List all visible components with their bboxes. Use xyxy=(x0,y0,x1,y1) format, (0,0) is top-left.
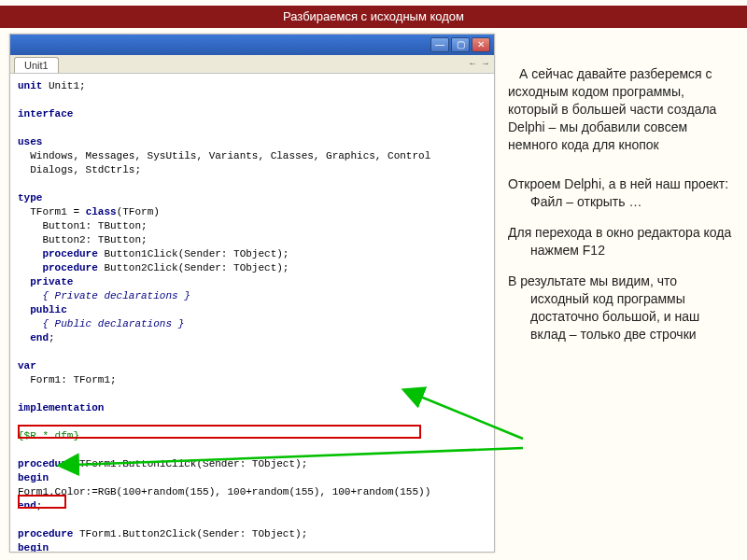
slide-title-band: Разбираемся с исходным кодом xyxy=(0,6,747,28)
ide-window: — ▢ ✕ Unit1 ← → unit Unit1; interface us… xyxy=(9,34,495,553)
code-text: (TForm) xyxy=(117,206,160,217)
minimize-button[interactable]: — xyxy=(430,37,449,52)
slide-title: Разбираемся с исходным кодом xyxy=(283,9,464,23)
code-directive: {$R *.dfm} xyxy=(18,430,79,441)
code-kw: procedure xyxy=(18,458,73,469)
code-text: Unit1; xyxy=(42,80,85,91)
code-kw: end xyxy=(30,332,49,343)
maximize-button[interactable]: ▢ xyxy=(451,37,470,52)
paragraph-intro: А сейчас давайте разберемся с исходным к… xyxy=(508,65,736,153)
editor-tabbar: Unit1 ← → xyxy=(10,55,494,74)
code-text xyxy=(18,332,30,343)
paragraph-f12: Для перехода в окно редактора кода нажме… xyxy=(508,224,736,259)
code-text: TForm1.Button2Click(Sender: TObject); xyxy=(73,528,307,539)
code-kw: class xyxy=(86,206,117,217)
code-comment: { Private declarations } xyxy=(18,290,190,301)
close-button[interactable]: ✕ xyxy=(472,37,490,52)
code-kw: begin xyxy=(18,472,49,483)
code-text: Form1.Color:=RGB(100+random(155), 100+ra… xyxy=(18,486,430,497)
tab-unit1[interactable]: Unit1 xyxy=(14,57,59,73)
code-kw: procedure xyxy=(42,262,97,273)
code-kw: unit xyxy=(18,80,42,91)
code-kw: procedure xyxy=(42,248,97,259)
paragraph-result: В результате мы видим, что исходный код … xyxy=(508,273,736,343)
nav-back-icon[interactable]: ← xyxy=(468,58,477,68)
paragraph-open: Откроем Delphi, а в ней наш проект: Файл… xyxy=(508,175,736,211)
code-text: Button1Click(Sender: TObject); xyxy=(98,248,289,259)
code-text: ; xyxy=(36,500,43,511)
code-text xyxy=(18,248,42,259)
code-kw: interface xyxy=(18,108,73,119)
tab-nav: ← → xyxy=(468,58,490,68)
code-kw: var xyxy=(18,360,36,371)
code-text: TForm1.Button1Click(Sender: TObject); xyxy=(73,458,307,469)
nav-fwd-icon[interactable]: → xyxy=(481,58,490,68)
code-text: Windows, Messages, SysUtils, Variants, C… xyxy=(18,150,430,161)
code-kw: public xyxy=(18,304,67,315)
code-text xyxy=(18,262,42,273)
code-kw: implementation xyxy=(18,402,104,413)
code-text: Dialogs, StdCtrls; xyxy=(18,164,141,175)
code-kw: end xyxy=(18,500,36,511)
explanation-panel: А сейчас давайте разберемся с исходным к… xyxy=(508,65,736,357)
code-text: TForm1 = xyxy=(18,206,86,217)
code-text: Button2: TButton; xyxy=(18,234,148,245)
code-kw: uses xyxy=(18,136,42,147)
code-comment: { Public declarations } xyxy=(18,318,184,329)
code-text: ; xyxy=(49,332,55,343)
code-editor[interactable]: unit Unit1; interface uses Windows, Mess… xyxy=(10,74,494,552)
code-text: Button2Click(Sender: TObject); xyxy=(98,262,289,273)
code-kw: procedure xyxy=(18,528,73,539)
code-kw: begin xyxy=(18,542,49,552)
code-kw: private xyxy=(18,276,73,287)
code-text: Button1: TButton; xyxy=(18,220,148,231)
window-titlebar: — ▢ ✕ xyxy=(10,35,494,55)
code-kw: type xyxy=(18,192,42,203)
code-text: Form1: TForm1; xyxy=(18,374,117,385)
